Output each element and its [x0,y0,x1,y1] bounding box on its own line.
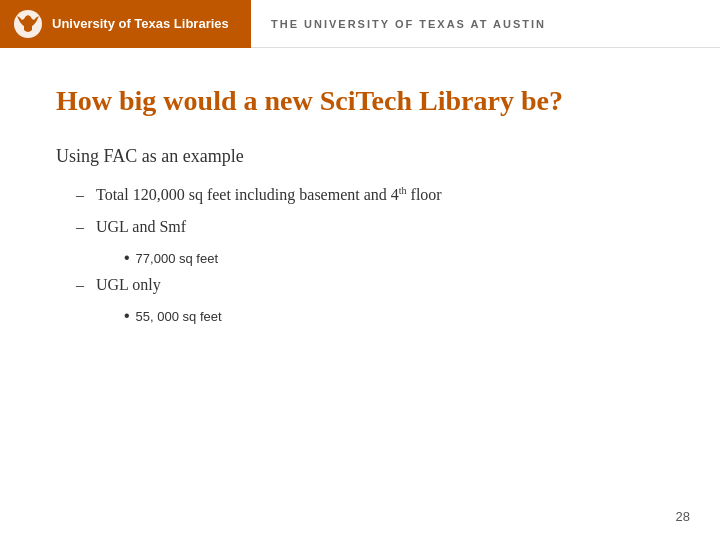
bullet-1: – Total 120,000 sq feet including baseme… [76,185,664,204]
bullet-1-text: Total 120,000 sq feet including basement… [96,185,442,204]
bullet-2: – UGL and Smf [76,218,664,236]
sub-bullet-2-1: • 77,000 sq feet [124,250,664,266]
dot-icon-2-1: • [124,250,130,266]
bullet-3: – UGL only [76,276,664,294]
bullet-2-text: UGL and Smf [96,218,186,236]
sub-bullet-3-1: • 55, 000 sq feet [124,308,664,324]
header-right: THE UNIVERSITY OF TEXAS AT AUSTIN [251,0,720,48]
library-name: University of Texas Libraries [52,16,229,32]
dash-icon-1: – [76,186,84,204]
page-number: 28 [676,509,690,524]
section-intro: Using FAC as an example [56,146,664,167]
bullet-3-text: UGL only [96,276,161,294]
university-name: THE UNIVERSITY OF TEXAS AT AUSTIN [271,18,546,30]
slide-title: How big would a new SciTech Library be? [56,84,664,118]
dash-icon-3: – [76,276,84,294]
header: University of Texas Libraries THE UNIVER… [0,0,720,48]
bullets-group: – Total 120,000 sq feet including baseme… [76,185,664,324]
ut-logo-icon [12,8,44,40]
sub-bullet-2-1-text: 77,000 sq feet [136,251,218,266]
dot-icon-3-1: • [124,308,130,324]
header-left: University of Texas Libraries [0,0,251,48]
slide-content: How big would a new SciTech Library be? … [0,48,720,540]
sub-bullet-3-1-text: 55, 000 sq feet [136,309,222,324]
dash-icon-2: – [76,218,84,236]
